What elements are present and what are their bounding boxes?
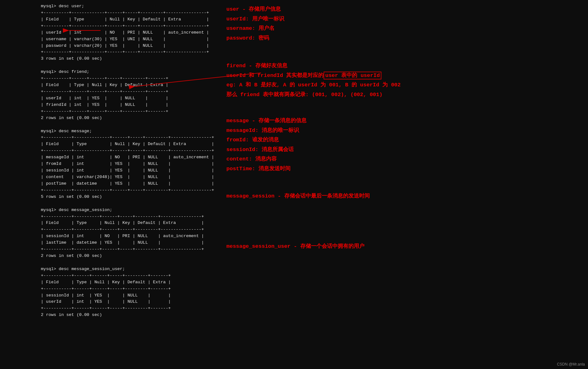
userId-label: userId: 用户唯一标识 (226, 14, 284, 24)
terminal-output: mysql> desc user; +----------+----------… (41, 3, 226, 318)
message-session-user-annotation: message_session_user - 存储一个会话中拥有的用户 (226, 242, 364, 252)
user-title: user - 存储用户信息 (226, 5, 284, 14)
friend-note3: 那么 friend 表中就有两条记录: (001, 002), (002, 00… (226, 90, 401, 100)
msession-user-title: message_session_user - 存储一个会话中拥有的用户 (226, 242, 364, 252)
content-label: content: 消息内容 (226, 155, 307, 164)
terminal-text: mysql> desc user; +----------+----------… (41, 3, 226, 318)
friend-highlight: user 表中的 userId (324, 72, 381, 79)
password-label: password: 密码 (226, 34, 284, 43)
msession-title: message_session - 存储会话中最后一条消息的发送时间 (226, 192, 370, 201)
sessionId-label: sessionId: 消息所属会话 (226, 145, 307, 155)
friend-note1: userId 和 friendId 其实都是对应的user 表中的 userId (226, 71, 401, 81)
message-session-annotation: message_session - 存储会话中最后一条消息的发送时间 (226, 192, 370, 201)
username-label: username: 用户名 (226, 24, 284, 34)
message-title: message - 存储一条消息的信息 (226, 116, 307, 126)
friend-note2: eg: A 和 B 是好友, A 的 userId 为 001, B 的 use… (226, 80, 401, 90)
messageId-label: messageId: 消息的唯一标识 (226, 126, 307, 136)
friend-title: firend - 存储好友信息 (226, 61, 401, 71)
fromId-label: fromId: 谁发的消息 (226, 135, 307, 145)
friend-annotation: firend - 存储好友信息 userId 和 friendId 其实都是对应… (226, 61, 401, 100)
user-annotation: user - 存储用户信息 userId: 用户唯一标识 username: 用… (226, 5, 284, 43)
message-annotation: message - 存储一条消息的信息 messageId: 消息的唯一标识 f… (226, 116, 307, 174)
postTime-label: postTime: 消息发送时间 (226, 164, 307, 174)
watermark: CSDN @Mr.anla (557, 362, 585, 366)
